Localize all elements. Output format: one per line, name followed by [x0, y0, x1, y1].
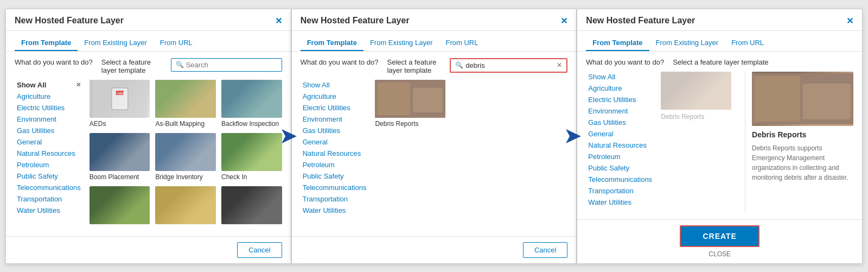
dialog-2-header: New Hosted Feature Layer ✕ [292, 9, 577, 31]
dialog-3-tabs: From Template From Existing Layer From U… [577, 31, 862, 52]
dialog-2: New Hosted Feature Layer ✕ From Template… [291, 9, 577, 264]
dialog-2-sidebar: Show All Agriculture Electric Utilities … [301, 80, 369, 230]
template-checkin[interactable]: Check In [221, 133, 282, 181]
sidebar-item-show-all-2[interactable]: Show All [301, 80, 369, 90]
close-x-1[interactable]: ✕ [76, 81, 81, 88]
tab-from-url-2[interactable]: From URL [439, 35, 484, 51]
tab-from-existing-2[interactable]: From Existing Layer [363, 35, 439, 51]
dialog-3-body: What do you want to do? Select a feature… [577, 52, 862, 219]
cancel-button-1[interactable]: Cancel [237, 242, 282, 258]
dialog-3-close-icon[interactable]: ✕ [846, 16, 853, 26]
dialogs-wrapper: ➤ ➤ New Hosted Feature Layer ✕ From Temp… [5, 9, 863, 264]
template-debris-result[interactable]: Debris Reports [375, 80, 445, 128]
template-aeds[interactable]: AED AEDs [90, 80, 150, 128]
template-label-boom: Boom Placement [90, 173, 150, 181]
sidebar-item-public-3[interactable]: Public Safety [586, 163, 654, 173]
dialog-1-search-box[interactable]: 🔍 [171, 58, 282, 72]
sidebar-item-petroleum-1[interactable]: Petroleum [15, 160, 83, 170]
sidebar-item-water-2[interactable]: Water Utilities [301, 205, 369, 216]
template-label-bridge: Bridge Inventory [155, 173, 216, 181]
template-boom[interactable]: Boom Placement [90, 133, 150, 181]
template-thumb-selected-3 [661, 72, 731, 110]
dialog-1-footer: Cancel [6, 236, 291, 263]
sidebar-item-public-2[interactable]: Public Safety [301, 171, 369, 181]
template-label-backflow: Backflow Inspection [221, 120, 282, 128]
sidebar-item-water-3[interactable]: Water Utilities [586, 197, 654, 207]
tab-from-template-1[interactable]: From Template [15, 35, 78, 51]
template-wheat[interactable] [155, 186, 216, 226]
sidebar-item-show-all-3[interactable]: Show All [586, 72, 654, 82]
template-thumb-asbuilt [155, 80, 216, 118]
dialog-3-footer: CREATE CLOSE [577, 219, 862, 263]
search-input-1[interactable] [186, 61, 277, 69]
dialog-3-select-label: Select a feature layer template [673, 58, 853, 66]
dialog-3-title: New Hosted Feature Layer [586, 16, 695, 26]
detail-thumb-3 [752, 72, 853, 126]
dialog-1-tabs: From Template From Existing Layer From U… [6, 31, 291, 52]
dialog-2-results: Debris Reports [375, 80, 567, 230]
sidebar-item-gas-2[interactable]: Gas Utilities [301, 125, 369, 136]
template-thumb-bridge [155, 133, 216, 171]
sidebar-item-agriculture-2[interactable]: Agriculture [301, 91, 369, 102]
tab-from-template-2[interactable]: From Template [301, 35, 363, 51]
template-thumb-wheat [155, 186, 216, 224]
tab-from-existing-3[interactable]: From Existing Layer [649, 35, 725, 51]
sidebar-item-electric-1[interactable]: Electric Utilities [15, 103, 83, 113]
sidebar-item-transport-3[interactable]: Transportation [586, 186, 654, 196]
sidebar-item-water-1[interactable]: Water Utilities [15, 205, 83, 216]
sidebar-item-electric-3[interactable]: Electric Utilities [586, 94, 654, 105]
sidebar-item-telecom-2[interactable]: Telecommunications [301, 182, 369, 193]
search-icon-1: 🔍 [176, 61, 184, 68]
sidebar-item-electric-2[interactable]: Electric Utilities [301, 103, 369, 113]
tab-from-url-1[interactable]: From URL [154, 35, 199, 51]
cancel-button-2[interactable]: Cancel [523, 242, 567, 258]
dialog-3: New Hosted Feature Layer ✕ From Template… [577, 9, 863, 264]
sidebar-item-telecom-3[interactable]: Telecommunications [586, 174, 654, 185]
sidebar-item-gas-1[interactable]: Gas Utilities [15, 125, 83, 136]
dialog-2-close-icon[interactable]: ✕ [560, 16, 567, 26]
sidebar-item-public-1[interactable]: Public Safety [15, 171, 83, 181]
dialog-2-what-do: What do you want to do? [301, 58, 379, 66]
sidebar-item-petroleum-2[interactable]: Petroleum [301, 160, 369, 170]
svg-rect-6 [413, 88, 443, 112]
template-thumb-debris-result [375, 80, 445, 118]
template-pipe[interactable] [221, 186, 282, 226]
dialog-1-close-icon[interactable]: ✕ [275, 16, 282, 26]
sidebar-item-telecom-1[interactable]: Telecommunications [15, 182, 83, 193]
dialog-2-search-box[interactable]: 🔍 ✕ [450, 58, 567, 73]
search-input-2[interactable] [465, 61, 557, 69]
template-label-checkin: Check In [221, 173, 282, 181]
sidebar-item-show-all-1[interactable]: Show All ✕ [15, 80, 83, 90]
create-button-3[interactable]: CREATE [680, 225, 760, 247]
template-backflow[interactable]: Backflow Inspection [221, 80, 282, 128]
dialog-1-select-label: Select a feature layer template [101, 58, 162, 74]
close-button-3[interactable]: CLOSE [709, 250, 731, 258]
tab-from-existing-1[interactable]: From Existing Layer [78, 35, 154, 51]
dialog-1-title: New Hosted Feature Layer [15, 16, 124, 26]
template-thumb-backflow [221, 80, 282, 118]
template-deer[interactable] [90, 186, 150, 226]
template-thumb-aeds: AED [90, 80, 150, 118]
template-asbuilt[interactable]: As-Built Mapping [155, 80, 216, 128]
clear-search-icon-2[interactable]: ✕ [557, 61, 562, 69]
sidebar-item-environment-1[interactable]: Environment [15, 114, 83, 124]
sidebar-item-natural-1[interactable]: Natural Resources [15, 148, 83, 159]
tab-from-url-3[interactable]: From URL [725, 35, 770, 51]
sidebar-item-transport-1[interactable]: Transportation [15, 194, 83, 204]
sidebar-item-natural-2[interactable]: Natural Resources [301, 148, 369, 159]
sidebar-item-general-3[interactable]: General [586, 129, 654, 139]
sidebar-item-general-2[interactable]: General [301, 137, 369, 147]
sidebar-item-environment-3[interactable]: Environment [586, 106, 654, 116]
sidebar-item-petroleum-3[interactable]: Petroleum [586, 151, 654, 162]
template-thumb-checkin [221, 133, 282, 171]
sidebar-item-agriculture-1[interactable]: Agriculture [15, 91, 83, 102]
sidebar-item-agriculture-3[interactable]: Agriculture [586, 83, 654, 93]
sidebar-item-general-1[interactable]: General [15, 137, 83, 147]
tab-from-template-3[interactable]: From Template [586, 35, 649, 51]
sidebar-item-gas-3[interactable]: Gas Utilities [586, 117, 654, 128]
template-bridge[interactable]: Bridge Inventory [155, 133, 216, 181]
sidebar-item-transport-2[interactable]: Transportation [301, 194, 369, 204]
sidebar-item-natural-3[interactable]: Natural Resources [586, 140, 654, 150]
dialog-3-top-row: What do you want to do? Select a feature… [586, 58, 853, 66]
sidebar-item-environment-2[interactable]: Environment [301, 114, 369, 124]
